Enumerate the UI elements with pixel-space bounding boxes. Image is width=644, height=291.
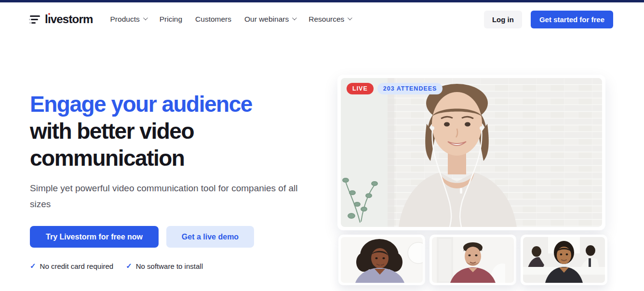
nav-item-resources[interactable]: Resources (309, 15, 351, 24)
livestorm-funnel-icon (30, 15, 40, 24)
bullet-label: No credit card required (40, 262, 114, 270)
hero-title-line3: communication (30, 146, 184, 171)
hero-subtitle: Simple yet powerful video communication … (30, 180, 319, 212)
woman-curly-hair-video (341, 237, 423, 283)
check-icon: ✓ (126, 262, 132, 270)
check-icon: ✓ (30, 262, 36, 270)
nav-label: Pricing (160, 15, 182, 24)
participant-video-3 (521, 235, 607, 285)
nav-label: Resources (309, 15, 344, 24)
participant-video-2 (429, 235, 516, 285)
main-speaker-video (341, 78, 602, 227)
header: lıvestorm Products Pricing Customers Our… (0, 2, 644, 36)
main-speaker-card: LIVE 203 ATTENDEES (337, 75, 605, 230)
get-started-button[interactable]: Get started for free (531, 11, 613, 28)
bullet-no-software: ✓ No software to install (126, 262, 203, 270)
hero-title-blue-line: Engage your audience (30, 91, 300, 118)
man-beard-video (432, 237, 514, 283)
participant-thumbnails (338, 235, 607, 285)
livestorm-logo[interactable]: lıvestorm (30, 13, 93, 26)
hero-title: Engage your audience with better video c… (30, 91, 300, 172)
woman-office-video (523, 237, 605, 283)
get-live-demo-button[interactable]: Get a live demo (166, 226, 254, 248)
nav-item-products[interactable]: Products (110, 15, 147, 24)
livestorm-homepage: lıvestorm Products Pricing Customers Our… (0, 0, 644, 291)
bullet-label: No software to install (136, 262, 203, 270)
nav-label: Products (110, 15, 140, 24)
participant-video-1 (338, 235, 425, 285)
attendees-badge: 203 ATTENDEES (377, 83, 443, 94)
main-nav: Products Pricing Customers Our webinars … (110, 15, 351, 24)
nav-label: Our webinars (244, 15, 289, 24)
hero-cta-group: Try Livestorm for free now Get a live de… (30, 226, 254, 248)
chevron-down-icon (292, 15, 297, 20)
hero-bullets: ✓ No credit card required ✓ No software … (30, 262, 203, 270)
video-badges: LIVE 203 ATTENDEES (347, 83, 443, 94)
hero-title-line2: with better video (30, 119, 194, 144)
nav-item-customers[interactable]: Customers (195, 15, 231, 24)
chevron-down-icon (143, 15, 148, 20)
nav-label: Customers (195, 15, 231, 24)
video-call-illustration: LIVE 203 ATTENDEES (337, 75, 608, 285)
livestorm-wordmark: lıvestorm (45, 13, 93, 26)
bullet-no-credit-card: ✓ No credit card required (30, 262, 113, 270)
try-for-free-button[interactable]: Try Livestorm for free now (30, 226, 159, 248)
nav-item-pricing[interactable]: Pricing (160, 15, 182, 24)
logo-red-dot (48, 13, 50, 15)
chevron-down-icon (348, 15, 352, 20)
live-badge: LIVE (347, 83, 374, 94)
nav-item-our-webinars[interactable]: Our webinars (244, 15, 295, 24)
login-button[interactable]: Log in (484, 11, 522, 28)
